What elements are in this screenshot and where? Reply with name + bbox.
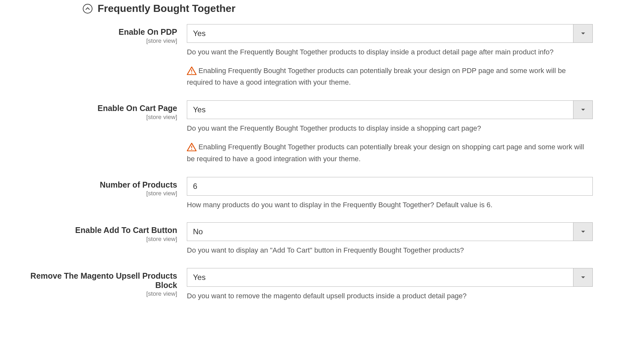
field-label-col: Enable Add To Cart Button [store view] — [13, 222, 187, 255]
section-title: Frequently Bought Together — [98, 3, 235, 14]
field-help: Do you want the Frequently Bought Togeth… — [187, 124, 593, 133]
field-scope: [store view] — [13, 190, 177, 197]
field-row-enable-pdp: Enable On PDP [store view] Yes Do you wa… — [13, 24, 631, 88]
field-row-remove-upsell: Remove The Magento Upsell Products Block… — [13, 268, 631, 301]
field-label: Enable On Cart Page — [13, 104, 177, 113]
field-row-enable-cart: Enable On Cart Page [store view] Yes Do … — [13, 100, 631, 164]
field-label: Enable On PDP — [13, 27, 177, 37]
select-value: Yes — [187, 268, 573, 286]
field-scope: [store view] — [13, 290, 177, 297]
select-value: No — [187, 223, 573, 241]
chevron-down-icon — [573, 24, 592, 42]
num-products-input[interactable] — [187, 177, 593, 196]
field-help: How many products do you want to display… — [187, 200, 593, 210]
field-control-col: How many products do you want to display… — [187, 177, 593, 210]
chevron-down-icon — [573, 268, 592, 286]
chevron-down-icon — [573, 223, 592, 241]
field-help: Do you want to display an "Add To Cart" … — [187, 246, 593, 255]
field-row-enable-add-to-cart: Enable Add To Cart Button [store view] N… — [13, 222, 631, 255]
chevron-up-icon — [83, 4, 92, 14]
field-scope: [store view] — [13, 114, 177, 121]
chevron-down-icon — [573, 101, 592, 119]
select-value: Yes — [187, 24, 573, 42]
enable-cart-select[interactable]: Yes — [187, 100, 593, 119]
field-row-num-products: Number of Products [store view] How many… — [13, 177, 631, 210]
field-label: Enable Add To Cart Button — [13, 226, 177, 235]
field-scope: [store view] — [13, 236, 177, 243]
field-label-col: Number of Products [store view] — [13, 177, 187, 210]
field-label: Number of Products — [13, 180, 177, 190]
field-label-col: Enable On Cart Page [store view] — [13, 100, 187, 164]
field-warning: Enabling Frequently Bought Together prod… — [187, 66, 593, 88]
field-label-col: Enable On PDP [store view] — [13, 24, 187, 88]
field-control-col: Yes Do you want the Frequently Bought To… — [187, 24, 593, 88]
select-value: Yes — [187, 101, 573, 119]
field-help: Do you want the Frequently Bought Togeth… — [187, 47, 593, 57]
svg-point-1 — [191, 72, 192, 73]
field-control-col: Yes Do you want to remove the magento de… — [187, 268, 593, 301]
warning-triangle-icon — [187, 143, 197, 154]
field-label-col: Remove The Magento Upsell Products Block… — [13, 268, 187, 301]
field-scope: [store view] — [13, 37, 177, 44]
field-control-col: No Do you want to display an "Add To Car… — [187, 222, 593, 255]
config-section: Frequently Bought Together Enable On PDP… — [0, 0, 644, 301]
field-control-col: Yes Do you want the Frequently Bought To… — [187, 100, 593, 164]
field-warning: Enabling Frequently Bought Together prod… — [187, 142, 593, 164]
warning-text: Enabling Frequently Bought Together prod… — [187, 143, 584, 163]
warning-text: Enabling Frequently Bought Together prod… — [187, 67, 566, 87]
section-header[interactable]: Frequently Bought Together — [13, 0, 631, 24]
enable-pdp-select[interactable]: Yes — [187, 24, 593, 43]
warning-triangle-icon — [187, 67, 197, 78]
remove-upsell-select[interactable]: Yes — [187, 268, 593, 287]
enable-add-to-cart-select[interactable]: No — [187, 222, 593, 241]
svg-point-3 — [191, 149, 192, 150]
field-help: Do you want to remove the magento defaul… — [187, 291, 593, 301]
field-label: Remove The Magento Upsell Products Block — [13, 271, 177, 290]
